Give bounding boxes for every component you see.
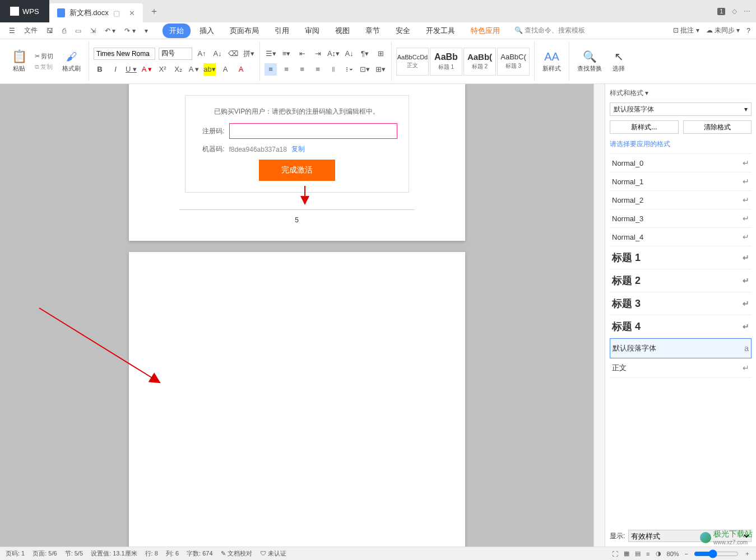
app-tab[interactable]: WPS	[0, 0, 49, 22]
status-words[interactable]: 字数: 674	[187, 549, 212, 558]
increase-font-icon[interactable]: A↑	[196, 48, 208, 60]
show-marks-icon[interactable]: ¶▾	[359, 48, 371, 60]
line-spacing-icon[interactable]: ⫶▾	[343, 63, 355, 76]
zoom-slider[interactable]	[694, 549, 739, 558]
phonetic-icon[interactable]: 拼▾	[243, 48, 255, 60]
activate-button[interactable]: 完成激活	[259, 160, 335, 181]
page-5[interactable]: 已购买VIP的用户：请把收到的注册码输入到编辑框中。 注册码: 机器码: f8d…	[129, 84, 465, 241]
font-color-icon[interactable]: A ▾	[141, 63, 153, 76]
tab-icon[interactable]: ⊞	[374, 48, 387, 60]
style-h1[interactable]: AaBb标题 1	[430, 48, 462, 76]
view-outline-icon[interactable]: ≡	[646, 550, 650, 557]
numbering-icon[interactable]: ≡▾	[280, 48, 293, 60]
clear-format-button[interactable]: 清除格式	[683, 120, 752, 134]
tab-insert[interactable]: 插入	[193, 24, 221, 38]
text-direction-icon[interactable]: A↕▾	[327, 48, 340, 60]
close-tab-icon[interactable]: ✕	[129, 9, 135, 17]
save-icon[interactable]: 🖫	[43, 25, 57, 37]
paste-button[interactable]: 📋 粘贴	[9, 48, 29, 75]
style-list-item[interactable]: 标题 3↵	[610, 292, 752, 315]
dropdown-icon[interactable]: ▾	[141, 25, 151, 37]
align-left-icon[interactable]: ≡	[265, 63, 277, 76]
increase-indent-icon[interactable]: ⇥	[312, 48, 324, 60]
skin-icon[interactable]: ◇	[732, 7, 737, 15]
italic-button[interactable]: I	[109, 63, 122, 76]
fullscreen-icon[interactable]: ⛶	[612, 550, 618, 557]
print-icon[interactable]: ⎙	[59, 25, 69, 37]
status-proofing[interactable]: ✎ 文档校对	[221, 549, 252, 558]
style-list-item[interactable]: 正文↵	[610, 358, 752, 378]
text-effect-icon[interactable]: A ▾	[188, 63, 200, 76]
style-list-item[interactable]: Normal_0↵	[610, 154, 752, 172]
align-right-icon[interactable]: ≡	[296, 63, 308, 76]
style-normal[interactable]: AaBbCcDd正文	[396, 48, 429, 76]
export-icon[interactable]: ⇲	[87, 25, 99, 37]
copy-link[interactable]: 复制	[291, 144, 305, 154]
cut-button[interactable]: ✂ 剪切	[33, 51, 55, 62]
zoom-level[interactable]: 80%	[667, 550, 679, 557]
distribute-icon[interactable]: ⫴	[327, 63, 340, 76]
tab-refs[interactable]: 引用	[268, 24, 296, 38]
zoom-out-icon[interactable]: −	[685, 550, 688, 557]
vertical-toolbar[interactable]	[593, 84, 605, 547]
tab-layout[interactable]: 页面布局	[223, 24, 266, 38]
view-web-icon[interactable]: ▤	[635, 550, 641, 557]
status-pages[interactable]: 页面: 5/6	[33, 549, 57, 558]
current-style-select[interactable]: 默认段落字体 ▾	[610, 102, 752, 116]
style-list-item[interactable]: Normal_2↵	[610, 191, 752, 209]
search-commands[interactable]: 🔍 查找命令、搜索模板	[514, 26, 585, 35]
align-center-icon[interactable]: ≡	[280, 63, 293, 76]
style-list-item[interactable]: Normal_1↵	[610, 172, 752, 191]
borders-icon[interactable]: ⊞▾	[374, 63, 387, 76]
find-replace-button[interactable]: 🔍 查找替换	[574, 41, 605, 81]
clear-format-icon[interactable]: ⌫	[227, 48, 239, 60]
char-border-icon[interactable]: A	[235, 63, 247, 76]
style-list-item[interactable]: 标题 4↵	[610, 315, 752, 338]
style-h2[interactable]: AaBb(标题 2	[463, 48, 496, 76]
font-family-select[interactable]	[94, 48, 155, 60]
underline-button[interactable]: U ▾	[125, 63, 137, 76]
decrease-indent-icon[interactable]: ⇤	[296, 48, 308, 60]
sync-button[interactable]: ☁ 未同步 ▾	[706, 26, 740, 35]
char-shading-icon[interactable]: A	[219, 63, 231, 76]
subscript-icon[interactable]: X₂	[172, 63, 184, 76]
status-auth[interactable]: 🛡 未认证	[260, 549, 286, 558]
tab-screen-icon[interactable]: ▢	[113, 9, 120, 17]
undo-icon[interactable]: ↶ ▾	[101, 25, 119, 37]
font-size-select[interactable]	[159, 48, 192, 60]
style-list-item[interactable]: 标题 1↵	[610, 246, 752, 269]
style-list-item[interactable]: Normal_4↵	[610, 228, 752, 246]
new-tab-button[interactable]: ＋	[143, 0, 165, 22]
tab-home[interactable]: 开始	[163, 24, 191, 38]
sort-icon[interactable]: A↓	[343, 48, 355, 60]
bullets-icon[interactable]: ☰▾	[265, 48, 277, 60]
more-icon[interactable]: ⋯	[744, 7, 750, 15]
status-page-num[interactable]: 页码: 1	[6, 549, 25, 558]
status-position[interactable]: 设置值: 13.1厘米	[91, 549, 137, 558]
zoom-in-icon[interactable]: ＋	[744, 549, 750, 558]
page-6[interactable]	[129, 252, 465, 547]
bold-button[interactable]: B	[94, 63, 106, 76]
style-h3[interactable]: AaBbC(标题 3	[497, 48, 530, 76]
new-style-panel-button[interactable]: 新样式...	[610, 120, 679, 134]
reading-mode-icon[interactable]: ◑	[656, 550, 661, 557]
new-style-button[interactable]: AA 新样式	[539, 48, 564, 75]
copy-button[interactable]: ⧉ 复制	[33, 62, 55, 72]
tab-chapter[interactable]: 章节	[359, 24, 387, 38]
redo-icon[interactable]: ↷ ▾	[121, 25, 138, 37]
file-menu[interactable]: 文件	[21, 24, 41, 38]
print-preview-icon[interactable]: ▭	[72, 25, 85, 37]
tab-dev[interactable]: 开发工具	[419, 24, 462, 38]
tab-review[interactable]: 审阅	[298, 24, 326, 38]
decrease-font-icon[interactable]: A↓	[211, 48, 224, 60]
status-col[interactable]: 列: 6	[166, 549, 179, 558]
highlight-icon[interactable]: ab▾	[203, 63, 216, 76]
shading-icon[interactable]: ⊡▾	[359, 63, 371, 76]
help-icon[interactable]: ?	[746, 27, 750, 35]
document-viewport[interactable]: 已购买VIP的用户：请把收到的注册码输入到编辑框中。 注册码: 机器码: f8d…	[0, 84, 593, 547]
style-list-item[interactable]: 默认段落字体a	[610, 338, 752, 358]
tab-security[interactable]: 安全	[389, 24, 417, 38]
status-section[interactable]: 节: 5/5	[65, 549, 83, 558]
notification-badge[interactable]: 1	[717, 8, 725, 15]
select-button[interactable]: ↖ 选择	[609, 41, 629, 81]
